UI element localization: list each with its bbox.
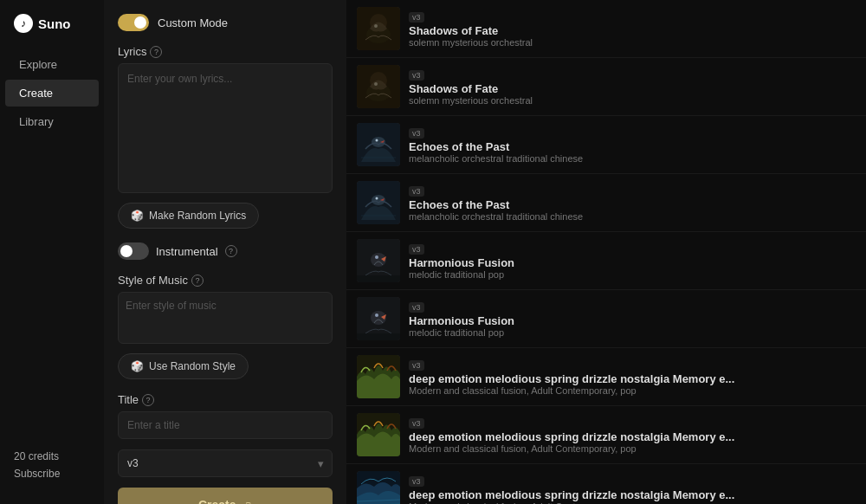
credits-label: 20 credits	[14, 450, 90, 462]
svg-point-22	[375, 313, 378, 317]
dice-icon: 🎲	[131, 210, 144, 222]
custom-mode-label: Custom Mode	[158, 16, 228, 29]
song-thumbnail	[357, 355, 400, 398]
song-tags: solemn mysterious orchestral	[409, 37, 856, 48]
style-label-row: Style of Music ?	[118, 274, 333, 287]
song-title: Shadows of Fate	[409, 82, 856, 95]
song-title: Harmonious Fusion	[409, 256, 856, 269]
instrumental-label: Instrumental	[156, 245, 218, 258]
song-thumbnail	[357, 123, 400, 166]
sidebar: ♪ Suno Explore Create Library 20 credits…	[0, 0, 104, 504]
app-logo: ♪ Suno	[0, 14, 104, 50]
random-style-icon: 🎲	[131, 360, 144, 372]
song-tags: melancholic orchestral traditional chine…	[409, 153, 856, 164]
song-tags: Modern and classical fusion, Adult Conte…	[409, 443, 856, 454]
style-help-icon[interactable]: ?	[191, 275, 204, 287]
song-title: deep emotion melodious spring drizzle no…	[409, 372, 856, 385]
style-label: Style of Music	[118, 274, 188, 287]
song-thumbnail	[357, 297, 400, 340]
song-tags: melancholic orchestral traditional chine…	[409, 211, 856, 222]
song-title: deep emotion melodious spring drizzle no…	[409, 430, 856, 443]
song-version-badge: v3	[409, 12, 424, 23]
sidebar-item-create[interactable]: Create	[5, 80, 99, 107]
song-thumbnail	[357, 239, 400, 282]
song-tags: melodic traditional pop	[409, 269, 856, 280]
logo-icon: ♪	[14, 14, 33, 33]
sidebar-footer: 20 credits Subscribe	[0, 440, 104, 490]
svg-rect-23	[357, 333, 400, 340]
song-item[interactable]: v3Shadows of Fatesolemn mysterious orche…	[346, 58, 866, 116]
song-thumbnail	[357, 181, 400, 224]
songs-panel: v3Shadows of Fatesolemn mysterious orche…	[346, 0, 866, 504]
sidebar-item-library[interactable]: Library	[5, 108, 99, 135]
lyrics-help-icon[interactable]: ?	[150, 46, 162, 58]
song-item[interactable]: v3deep emotion melodious spring drizzle …	[346, 406, 866, 464]
song-item[interactable]: v3deep emotion melodious spring drizzle …	[346, 348, 866, 406]
svg-point-7	[374, 82, 378, 86]
style-textarea[interactable]	[118, 292, 333, 344]
make-random-lyrics-button[interactable]: 🎲 Make Random Lyrics	[118, 203, 259, 229]
song-title: deep emotion melodious spring drizzle no…	[409, 488, 856, 501]
title-input[interactable]	[118, 411, 333, 439]
song-tags: solemn mysterious orchestral	[409, 95, 856, 106]
app-name: Suno	[38, 16, 71, 31]
title-label-row: Title ?	[118, 393, 333, 406]
svg-point-14	[376, 197, 378, 200]
song-version-badge: v3	[409, 418, 424, 429]
song-version-badge: v3	[409, 186, 424, 197]
song-version-badge: v3	[409, 302, 424, 313]
song-info: v3Harmonious Fusionmelodic traditional p…	[409, 242, 856, 280]
version-select[interactable]: v3 v3.5 v4	[118, 449, 333, 477]
song-item[interactable]: v3Echoes of the Pastmelancholic orchestr…	[346, 116, 866, 174]
song-version-badge: v3	[409, 476, 424, 487]
song-info: v3Echoes of the Pastmelancholic orchestr…	[409, 184, 856, 222]
create-button[interactable]: Create ♫	[118, 488, 333, 504]
create-panel: Custom Mode Lyrics ? 🎲 Make Random Lyric…	[104, 0, 346, 504]
song-info: v3deep emotion melodious spring drizzle …	[409, 358, 856, 396]
lyrics-label-row: Lyrics ?	[118, 45, 333, 58]
make-random-lyrics-label: Make Random Lyrics	[149, 210, 246, 222]
song-title: Echoes of the Past	[409, 198, 856, 211]
svg-point-10	[376, 139, 378, 142]
svg-point-3	[374, 24, 378, 28]
use-random-style-button[interactable]: 🎲 Use Random Style	[118, 353, 249, 379]
song-item[interactable]: v3Echoes of the Pastmelancholic orchestr…	[346, 174, 866, 232]
song-tags: melodic traditional pop	[409, 327, 856, 338]
song-thumbnail	[357, 65, 400, 108]
song-item[interactable]: v3Shadows of Fatesolemn mysterious orche…	[346, 0, 866, 58]
sidebar-item-explore[interactable]: Explore	[5, 51, 99, 78]
song-info: v3Shadows of Fatesolemn mysterious orche…	[409, 68, 856, 106]
title-label: Title	[118, 393, 139, 406]
song-thumbnail	[357, 471, 400, 504]
song-info: v3Harmonious Fusionmelodic traditional p…	[409, 300, 856, 338]
song-info: v3Shadows of Fatesolemn mysterious orche…	[409, 10, 856, 48]
subscribe-link[interactable]: Subscribe	[14, 468, 90, 480]
song-info: v3Echoes of the Pastmelancholic orchestr…	[409, 126, 856, 164]
song-version-badge: v3	[409, 244, 424, 255]
lyrics-textarea[interactable]	[118, 63, 333, 193]
version-select-wrapper: v3 v3.5 v4 ▾	[118, 449, 333, 477]
svg-point-18	[375, 255, 378, 259]
song-version-badge: v3	[409, 360, 424, 371]
song-thumbnail	[357, 7, 400, 50]
song-info: v3deep emotion melodious spring drizzle …	[409, 474, 856, 504]
custom-mode-row: Custom Mode	[118, 14, 333, 31]
title-help-icon[interactable]: ?	[142, 394, 154, 406]
music-note-icon: ♫	[243, 498, 253, 504]
song-version-badge: v3	[409, 70, 424, 81]
svg-rect-19	[357, 275, 400, 282]
use-random-style-label: Use Random Style	[149, 360, 236, 372]
create-label: Create	[198, 498, 236, 504]
song-title: Echoes of the Past	[409, 140, 856, 153]
instrumental-help-icon[interactable]: ?	[225, 245, 237, 257]
song-title: Harmonious Fusion	[409, 314, 856, 327]
song-tags: Modern and classical fusion, Adult Conte…	[409, 385, 856, 396]
lyrics-label: Lyrics	[118, 45, 146, 58]
custom-mode-toggle[interactable]	[118, 14, 149, 31]
sidebar-nav: Explore Create Library	[0, 50, 104, 136]
song-item[interactable]: v3Harmonious Fusionmelodic traditional p…	[346, 290, 866, 348]
instrumental-toggle[interactable]	[118, 242, 149, 260]
song-info: v3deep emotion melodious spring drizzle …	[409, 416, 856, 454]
song-item[interactable]: v3deep emotion melodious spring drizzle …	[346, 464, 866, 504]
song-item[interactable]: v3Harmonious Fusionmelodic traditional p…	[346, 232, 866, 290]
